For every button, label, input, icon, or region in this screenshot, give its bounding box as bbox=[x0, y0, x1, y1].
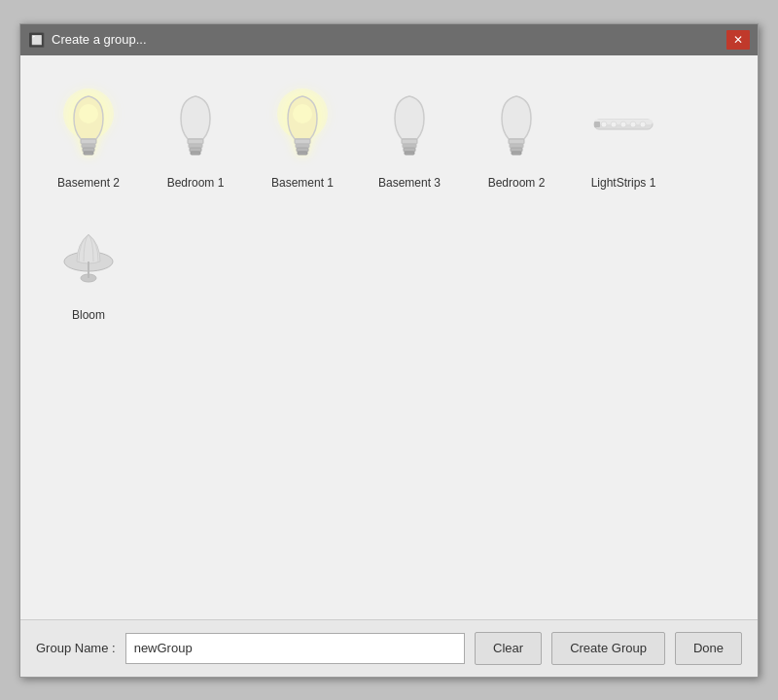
light-icon-bloom bbox=[54, 215, 123, 302]
main-window: 🔲 Create a group... ✕ bbox=[19, 23, 759, 678]
svg-rect-17 bbox=[403, 144, 416, 148]
light-item-basement3[interactable]: Basement 3 bbox=[361, 75, 458, 197]
close-button[interactable]: ✕ bbox=[726, 30, 750, 50]
svg-rect-2 bbox=[81, 139, 96, 144]
done-button[interactable]: Done bbox=[675, 632, 742, 665]
svg-rect-15 bbox=[298, 152, 307, 155]
window-title: Create a group... bbox=[52, 32, 147, 47]
svg-rect-20 bbox=[509, 139, 524, 144]
svg-rect-8 bbox=[190, 148, 201, 152]
svg-rect-19 bbox=[405, 152, 414, 155]
light-item-bedroom1[interactable]: Bedroom 1 bbox=[147, 75, 244, 197]
light-item-bloom[interactable]: Bloom bbox=[40, 207, 137, 330]
svg-rect-7 bbox=[189, 144, 202, 148]
lights-grid: Basement 2 Bedroom 1 bbox=[40, 75, 738, 330]
app-icon: 🔲 bbox=[28, 32, 44, 48]
svg-point-29 bbox=[630, 122, 636, 127]
light-icon-bedroom1 bbox=[161, 83, 230, 170]
group-name-label: Group Name : bbox=[36, 641, 116, 655]
svg-point-11 bbox=[293, 104, 312, 123]
svg-rect-4 bbox=[83, 148, 94, 152]
light-item-basement1[interactable]: Basement 1 bbox=[254, 75, 351, 197]
svg-rect-18 bbox=[404, 148, 415, 152]
svg-point-28 bbox=[620, 122, 626, 127]
light-icon-basement2 bbox=[54, 83, 123, 170]
svg-point-30 bbox=[640, 122, 646, 127]
light-icon-basement3 bbox=[375, 83, 443, 170]
svg-point-27 bbox=[611, 122, 617, 127]
svg-rect-14 bbox=[297, 148, 308, 152]
light-label-basement2: Basement 2 bbox=[57, 176, 120, 190]
svg-rect-16 bbox=[402, 139, 417, 144]
light-label-bloom: Bloom bbox=[72, 308, 105, 322]
light-icon-lightstrips1 bbox=[589, 83, 657, 170]
light-label-lightstrips1: LightStrips 1 bbox=[591, 176, 656, 190]
light-icon-basement1 bbox=[268, 83, 336, 170]
light-item-basement2[interactable]: Basement 2 bbox=[40, 75, 137, 197]
svg-rect-22 bbox=[511, 148, 522, 152]
light-label-basement3: Basement 3 bbox=[378, 176, 441, 190]
title-bar-left: 🔲 Create a group... bbox=[28, 32, 147, 48]
clear-button[interactable]: Clear bbox=[475, 632, 542, 665]
bottom-bar: Group Name : Clear Create Group Done bbox=[20, 619, 758, 677]
svg-rect-9 bbox=[191, 152, 200, 155]
svg-rect-31 bbox=[594, 122, 600, 127]
svg-rect-23 bbox=[512, 152, 521, 155]
light-item-lightstrips1[interactable]: LightStrips 1 bbox=[575, 75, 672, 197]
group-name-input[interactable] bbox=[125, 633, 465, 664]
svg-rect-21 bbox=[510, 144, 523, 148]
svg-rect-5 bbox=[84, 152, 93, 155]
title-bar: 🔲 Create a group... ✕ bbox=[20, 24, 758, 55]
light-item-bedroom2[interactable]: Bedroom 2 bbox=[468, 75, 565, 197]
content-area: Basement 2 Bedroom 1 bbox=[20, 55, 758, 619]
svg-rect-13 bbox=[296, 144, 309, 148]
svg-rect-3 bbox=[82, 144, 95, 148]
svg-rect-6 bbox=[188, 139, 203, 144]
svg-point-26 bbox=[601, 122, 607, 127]
svg-rect-12 bbox=[295, 139, 310, 144]
light-label-bedroom2: Bedroom 2 bbox=[488, 176, 546, 190]
light-label-basement1: Basement 1 bbox=[271, 176, 334, 190]
svg-point-1 bbox=[79, 104, 98, 123]
light-label-bedroom1: Bedroom 1 bbox=[167, 176, 225, 190]
light-icon-bedroom2 bbox=[482, 83, 550, 170]
create-group-button[interactable]: Create Group bbox=[551, 632, 665, 665]
